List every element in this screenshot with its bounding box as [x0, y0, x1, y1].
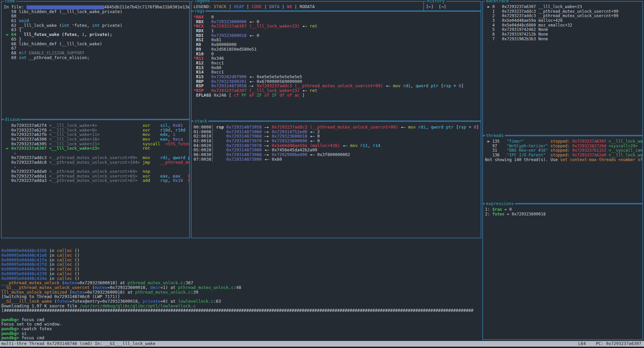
text-line: R12 0xcc1 — [194, 61, 481, 65]
text-segment: ] — [476, 125, 479, 130]
text-segment: | — [292, 4, 300, 9]
text-segment — [138, 178, 143, 183]
text-line: 0x00005e04d48c420e in calloc () — [1, 267, 482, 271]
text-line: 5 0x729319742462 None — [485, 28, 642, 32]
text-line: 0x00005e04d48c435b in calloc () — [1, 248, 482, 253]
text-segment: mov — [393, 83, 401, 88]
text-line: R13 0x80 — [194, 65, 481, 70]
text-segment: <__pthread_mutex_unlock_usercnt+104> — [49, 160, 140, 165]
text-segment: 0x7293237a62a0 — [572, 153, 608, 157]
panel-backtrace: backtrace ► 0 0x7293237a6307 __lll_lock_… — [482, 1, 643, 136]
text-segment: = 0x729323600018 — [504, 212, 546, 216]
text-segment: cf — [234, 93, 241, 98]
text-line: pwndbg> si — [1, 331, 482, 336]
text-line: *RAX 0 — [194, 15, 481, 19]
text-line: 97 "WrGlyph~terizer" stopped: 0x72932382… — [485, 144, 642, 149]
text-segment: ZF — [257, 93, 264, 98]
text-segment: rsp — [459, 125, 466, 130]
text-segment: + — [451, 83, 459, 88]
panel-expressions-title: expressions — [485, 201, 515, 206]
text-line: pwndbg> cwatch futex — [1, 327, 482, 331]
text-line: 67 — [4, 46, 189, 51]
text-line: [Switching to Thread 0x7293148746c0 (LWP… — [1, 294, 482, 299]
text-segment: 5 0x729319742462 None — [485, 27, 548, 32]
text-line: 1: $rax = 0 — [485, 207, 642, 212]
panel-expressions: expressions 1: $rax = 02: futex = 0x7293… — [482, 204, 643, 340]
text-line: ___pthread_mutex_unlock (mutex=0x7293236… — [1, 281, 482, 285]
text-segment: <__pthread_mutex_unlock_usercnt+67> — [49, 178, 137, 183]
text-line: 0x00005e04d48c41e8 in calloc () — [1, 253, 482, 258]
text-segment: int — [62, 23, 69, 28]
panel-code: code In file: 4845db211e7b42c7176f9be21b… — [1, 1, 190, 119]
text-segment: , — [368, 143, 373, 148]
text-segment: DATA — [269, 4, 279, 9]
status-bar: multi-thre Thread 0x7293148746 (cmd) In:… — [0, 341, 644, 347]
text-segment: mov — [350, 143, 358, 148]
text-segment: 07:0038 — [194, 157, 211, 162]
history-forward-button[interactable]: [→] — [439, 4, 446, 9]
text-line: R10 0 — [194, 52, 481, 56]
status-gap — [586, 341, 596, 346]
text-segment: * — [72, 23, 74, 28]
text-line: R15 0x729282d8f900 ◂— 0xe5e5e5e5e5e5e5e5 — [194, 74, 481, 79]
text-segment: 2 0x7293237addc3 __pthread_mutex_unlock_… — [485, 13, 618, 18]
text-line: 0x7293237a6300 <__lll_lock_wake+16> mov … — [4, 137, 189, 142]
text-line: ► 0 0x7293237a6307 __lll_lock_wake+23 — [485, 5, 642, 9]
text-line: 68 #if ENABLE_ELISION_SUPPORT — [4, 51, 189, 55]
text-segment: ► 135 — [485, 139, 507, 144]
panel-threads: threads ► 135 "Timer" stopped: 0x7293237… — [482, 136, 643, 204]
history-back-button[interactable]: [←] — [426, 4, 434, 9]
text-line: [#######################################… — [1, 308, 482, 313]
text-line: *R11 0x346 — [194, 56, 481, 61]
text-segment: futex, — [74, 23, 92, 28]
panel-expressions-content: 1: $rax = 02: futex = 0x729323600018 — [483, 204, 642, 339]
text-segment — [194, 93, 196, 98]
text-segment: 69 — [4, 55, 19, 60]
text-line: 05:0028│ 0x729314873080 ◂— 0x7456e45da42… — [194, 148, 481, 152]
text-segment: set context-max-threads <number of t — [560, 157, 642, 162]
text-segment: ret — [143, 146, 150, 151]
text-segment: WX — [287, 4, 292, 9]
text-segment: rsp — [160, 178, 168, 183]
text-line: 63 { — [4, 28, 189, 32]
text-line: 4 0x5e04d48c6860 moz_xmalloc+32 — [485, 23, 642, 28]
text-segment: R — [188, 178, 189, 183]
text-line: 0x00005e04d48c424a in calloc () — [1, 276, 482, 281]
panel-stack: stack 00:0000│ rsp 0x729314873058 —▸ 0x7… — [191, 121, 481, 238]
text-line: RDI 0x729323600018 ◂— 0 — [194, 33, 481, 38]
text-segment: 3 0x5e04d48ae59a malloc+426 — [485, 18, 562, 23]
text-segment: | — [279, 4, 287, 9]
text-segment: 1 0x7293237addc3 __pthread_mutex_unlock_… — [485, 9, 618, 14]
text-segment: jmp — [143, 160, 150, 165]
text-line: RSP 0x729314873058 —▸ 0x7293237addc3 (__… — [194, 84, 481, 88]
text-segment: sf — [264, 93, 272, 98]
text-line: 03:0018│ 0x729314873070 —▸ 0x72932360000… — [194, 139, 481, 143]
text-line: 0x00005e04d48c42fd in calloc () — [1, 262, 482, 267]
text-segment: lll_futex_wake (futex, — [16, 32, 82, 37]
text-segment: 8 — [459, 83, 461, 88]
text-segment: <__lll_lock_wake+23> — [49, 146, 100, 151]
text-line: ↓ — [4, 164, 189, 169]
text-segment: stopped: — [550, 139, 572, 144]
text-line: ► 0x7293237a6307 <__lll_lock_wake+23> re… — [4, 146, 189, 151]
text-line: 0x7293237adda1 <__pthread_mutex_unlock_u… — [4, 174, 189, 179]
text-segment: __lll_lock_wake ( — [19, 23, 62, 28]
text-line: In file: 4845db211e7b42c7176f9be21b8301e… — [4, 5, 189, 9]
console-output-lines: 0x00005e04d48c435b in calloc ()0x00005e0… — [1, 248, 482, 341]
text-segment: 0x7293237a6307 (__lll_lock_wake+23) — [211, 23, 300, 29]
text-line: *RCX 0x7293237a6307 (__lll_lock_wake+23)… — [194, 24, 481, 29]
text-segment: "IPC I/O Parent" — [507, 153, 550, 157]
text-line: 1 0x7293237addc3 __pthread_mutex_unlock_… — [485, 9, 642, 14]
panel-threads-content: ► 135 "Timer" stopped: 0x7293237a6307 <_… — [483, 136, 642, 203]
text-line: 0x7293237addc8 <__pthread_mutex_unlock_u… — [4, 160, 189, 165]
text-segment: Focus set to cmd window. — [1, 340, 62, 341]
text-line: 69 int __pthread_force_elision; — [4, 55, 189, 60]
text-segment: int — [92, 23, 100, 28]
text-line: lll_mutex_unlock_optimized (mutex=0x7293… — [1, 290, 482, 295]
text-segment: STACK — [214, 4, 226, 9]
text-segment: qword ptr — [431, 125, 453, 130]
text-segment: 2: — [485, 212, 492, 216]
text-segment: r11 — [360, 143, 368, 148]
text-segment: ► 0 0x7293237a6307 __lll_lock_wake+23 — [485, 4, 582, 9]
text-line: RSI 0x81 — [194, 38, 481, 42]
